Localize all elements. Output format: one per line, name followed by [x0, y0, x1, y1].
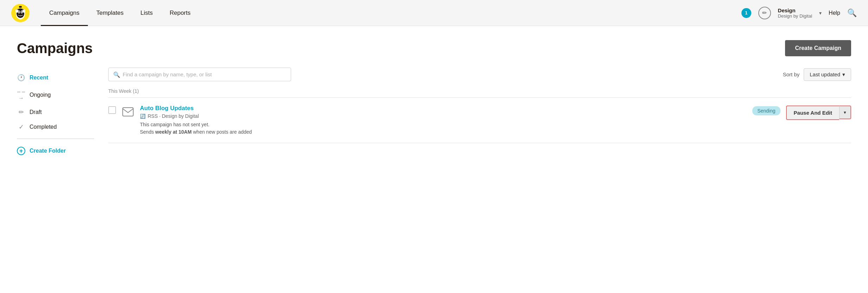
campaign-meta-text: RSS · Design by Digital — [148, 113, 199, 119]
svg-point-6 — [21, 11, 22, 13]
svg-point-5 — [19, 11, 20, 13]
action-dropdown-button[interactable]: ▾ — [839, 106, 851, 119]
ongoing-icon: – –→ — [17, 89, 25, 101]
campaign-name[interactable]: Auto Blog Updates — [140, 105, 747, 112]
campaign-desc-post: when new posts are added — [192, 129, 252, 135]
campaign-desc-pre: This campaign has not sent yet. — [140, 122, 210, 127]
account-sub: Design by Digital — [778, 13, 812, 19]
sidebar: 🕐 Recent – –→ Ongoing ✏ Draft ✓ Complete… — [17, 68, 94, 159]
clock-icon: 🕐 — [17, 74, 25, 82]
sidebar-label-draft: Draft — [30, 109, 42, 115]
check-icon: ✓ — [17, 123, 25, 131]
search-sort-row: 🔍 Sort by Last updated ▾ — [108, 68, 851, 81]
sidebar-label-ongoing: Ongoing — [30, 92, 51, 98]
sidebar-item-recent[interactable]: 🕐 Recent — [17, 70, 94, 85]
nav-reports[interactable]: Reports — [161, 0, 199, 26]
search-input-wrap: 🔍 — [108, 68, 291, 81]
pause-and-edit-button[interactable]: Pause And Edit — [786, 106, 839, 120]
page-container: Campaigns Create Campaign 🕐 Recent – –→ … — [0, 26, 868, 159]
draft-icon: ✏ — [17, 108, 25, 116]
app-header: Campaigns Templates Lists Reports 1 ✏ De… — [0, 0, 868, 26]
campaign-actions: Pause And Edit ▾ — [786, 106, 851, 120]
svg-rect-9 — [19, 6, 22, 8]
sidebar-label-recent: Recent — [30, 75, 48, 81]
campaign-desc-bold: weekly at 10AM — [155, 129, 192, 135]
pencil-icon[interactable]: ✏ — [758, 7, 771, 19]
campaign-type-icon — [122, 106, 134, 118]
search-input[interactable] — [108, 68, 291, 81]
sidebar-label-completed: Completed — [30, 124, 57, 130]
search-icon-header[interactable]: 🔍 — [847, 8, 857, 18]
logo[interactable] — [11, 4, 30, 22]
campaign-meta: 🔄 RSS · Design by Digital — [140, 113, 747, 119]
campaign-row: Auto Blog Updates 🔄 RSS · Design by Digi… — [108, 98, 851, 143]
create-campaign-button[interactable]: Create Campaign — [785, 40, 851, 56]
sort-chevron-icon: ▾ — [842, 71, 845, 78]
sort-label: Sort by — [783, 71, 800, 77]
section-label: This Week (1) — [108, 88, 851, 94]
sidebar-item-ongoing[interactable]: – –→ Ongoing — [17, 85, 94, 105]
svg-rect-10 — [123, 108, 133, 116]
create-folder-label: Create Folder — [30, 148, 66, 154]
nav-campaigns[interactable]: Campaigns — [41, 0, 88, 26]
sort-value: Last updated — [810, 71, 840, 77]
campaign-info: Auto Blog Updates 🔄 RSS · Design by Digi… — [140, 105, 747, 136]
account-dropdown-arrow[interactable]: ▾ — [819, 10, 822, 16]
notification-badge[interactable]: 1 — [741, 8, 751, 18]
main-nav: Campaigns Templates Lists Reports — [41, 0, 741, 26]
sidebar-divider — [17, 139, 94, 139]
campaign-list: 🔍 Sort by Last updated ▾ This Week (1) — [108, 68, 851, 159]
refresh-icon: 🔄 — [140, 114, 146, 119]
search-icon: 🔍 — [113, 71, 120, 78]
nav-templates[interactable]: Templates — [88, 0, 132, 26]
campaign-checkbox[interactable] — [108, 106, 116, 114]
page-header: Campaigns Create Campaign — [0, 26, 868, 68]
sort-button[interactable]: Last updated ▾ — [804, 68, 851, 81]
page-title: Campaigns — [17, 40, 93, 56]
status-badge: Sending — [752, 106, 780, 115]
help-button[interactable]: Help — [829, 10, 840, 16]
account-info: Design Design by Digital — [778, 7, 812, 19]
create-folder-button[interactable]: + Create Folder — [17, 143, 94, 159]
header-right: 1 ✏ Design Design by Digital ▾ Help 🔍 — [741, 7, 857, 19]
sidebar-item-completed[interactable]: ✓ Completed — [17, 120, 94, 134]
plus-circle-icon: + — [17, 147, 25, 155]
nav-lists[interactable]: Lists — [132, 0, 161, 26]
sidebar-item-draft[interactable]: ✏ Draft — [17, 105, 94, 120]
campaign-desc: This campaign has not sent yet. Sends we… — [140, 121, 747, 136]
main-content: 🕐 Recent – –→ Ongoing ✏ Draft ✓ Complete… — [0, 68, 868, 159]
sort-row: Sort by Last updated ▾ — [783, 68, 851, 81]
account-name: Design — [778, 7, 812, 13]
